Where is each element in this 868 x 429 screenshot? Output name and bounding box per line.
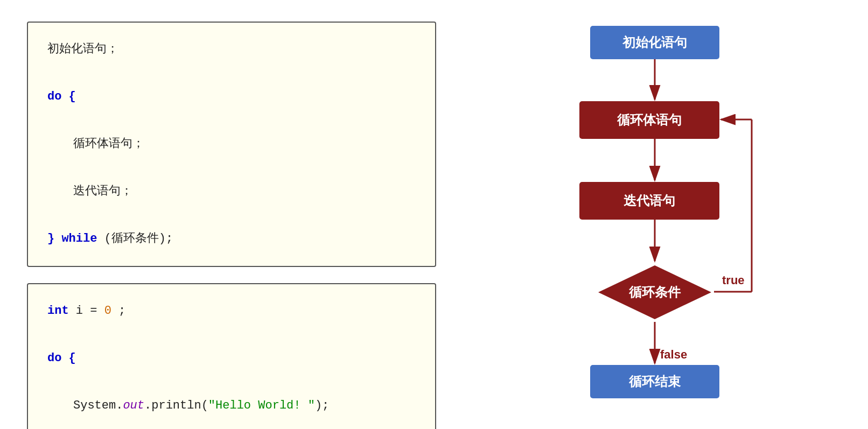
condition-node: 循环条件 bbox=[596, 263, 714, 322]
code-line bbox=[47, 109, 416, 132]
code-text: (循环条件); bbox=[97, 232, 173, 245]
code-line bbox=[47, 370, 416, 394]
code-text: ; bbox=[118, 304, 125, 318]
code-box-1: 初始化语句； do { 循环体语句； 迭代语句； } while (循环条件); bbox=[27, 22, 436, 267]
true-label: true bbox=[722, 273, 745, 287]
init-label: 初始化语句 bbox=[622, 34, 687, 51]
iter-node: 迭代语句 bbox=[579, 182, 719, 220]
keyword: int bbox=[47, 304, 69, 318]
code-text: i = bbox=[76, 304, 104, 318]
code-line bbox=[47, 418, 416, 429]
condition-label: 循环条件 bbox=[596, 284, 714, 301]
code-line bbox=[47, 61, 416, 85]
code-line: 循环体语句； bbox=[47, 132, 416, 156]
code-line: int i = 0 ; bbox=[47, 299, 416, 323]
code-text: ); bbox=[315, 399, 329, 412]
code-box-2: int i = 0 ; do { System.out.println("Hel… bbox=[27, 283, 436, 429]
loop-body-node: 循环体语句 bbox=[579, 101, 719, 139]
code-line bbox=[47, 203, 416, 227]
code-text: .println( bbox=[144, 399, 208, 412]
keyword: } while bbox=[47, 232, 97, 245]
left-panel: 初始化语句； do { 循环体语句； 迭代语句； } while (循环条件);… bbox=[11, 11, 452, 429]
right-panel: true false 初始化语句 循环体语句 迭代语句 循环条件 循环结束 bbox=[452, 11, 857, 429]
code-line: 迭代语句； bbox=[47, 180, 416, 203]
field: out bbox=[123, 399, 144, 412]
end-node: 循环结束 bbox=[590, 365, 719, 398]
code-line: do { bbox=[47, 85, 416, 109]
init-node: 初始化语句 bbox=[590, 26, 719, 59]
flowchart: true false 初始化语句 循环体语句 迭代语句 循环条件 循环结束 bbox=[526, 16, 784, 425]
code-line: 初始化语句； bbox=[47, 38, 416, 61]
code-text: System. bbox=[73, 399, 123, 412]
loop-body-label: 循环体语句 bbox=[617, 111, 682, 129]
code-line bbox=[47, 323, 416, 347]
false-label: false bbox=[660, 348, 687, 361]
keyword: do { bbox=[47, 351, 76, 365]
string: "Hello World! " bbox=[208, 399, 315, 412]
code-line: } while (循环条件); bbox=[47, 227, 416, 251]
code-line bbox=[47, 156, 416, 180]
flowchart-arrows: true false bbox=[526, 16, 784, 425]
iter-label: 迭代语句 bbox=[624, 192, 675, 209]
code-line: do { bbox=[47, 347, 416, 370]
code-line: System.out.println("Hello World! "); bbox=[47, 394, 416, 418]
keyword: do { bbox=[47, 90, 76, 103]
number: 0 bbox=[104, 304, 111, 318]
end-label: 循环结束 bbox=[629, 373, 681, 390]
